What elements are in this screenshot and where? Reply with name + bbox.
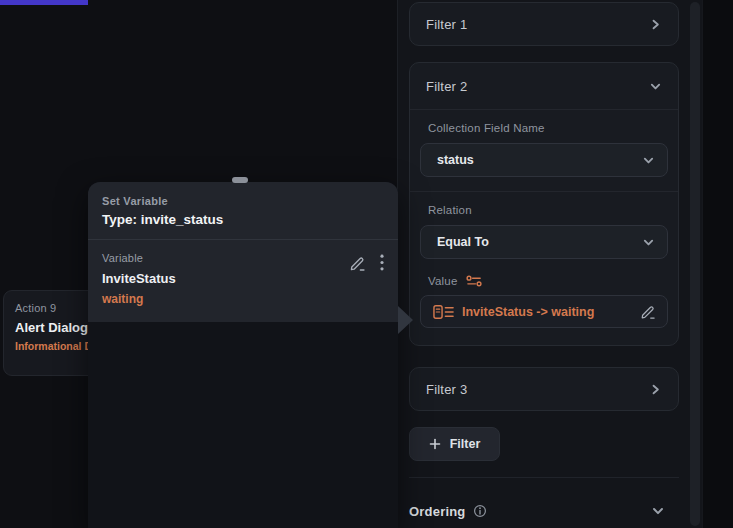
filter-1-card: Filter 1	[409, 2, 679, 46]
filter-2-label: Filter 2	[426, 79, 467, 94]
kebab-menu-icon[interactable]	[380, 254, 384, 271]
filter-3-header[interactable]: Filter 3	[410, 368, 678, 410]
filter-2-header[interactable]: Filter 2	[410, 63, 678, 109]
collection-field-dropdown[interactable]: status	[420, 143, 668, 177]
relation-value: Equal To	[437, 235, 489, 249]
chevron-down-icon	[642, 236, 655, 249]
chevron-right-icon	[649, 18, 662, 31]
ordering-section-header[interactable]: Ordering	[409, 494, 679, 528]
chevron-down-icon	[649, 80, 662, 93]
flow-connector-line	[0, 0, 88, 5]
collection-field-section: Collection Field Name status	[410, 109, 678, 191]
edit-icon[interactable]	[348, 254, 367, 273]
filter-3-card: Filter 3	[409, 367, 679, 411]
filter-2-card: Filter 2 Collection Field Name status Re…	[409, 62, 679, 346]
drag-handle[interactable]	[232, 177, 248, 183]
relation-dropdown[interactable]: Equal To	[420, 225, 668, 259]
chevron-down-icon	[642, 154, 655, 167]
section-divider	[409, 477, 679, 478]
value-binding-text: InviteStatus -> waiting	[462, 305, 639, 319]
popup-title: Type: invite_status	[102, 212, 384, 227]
filter-1-header[interactable]: Filter 1	[410, 3, 678, 45]
filter-1-label: Filter 1	[426, 17, 467, 32]
variable-label: Variable	[102, 252, 348, 264]
popup-header: Set Variable Type: invite_status	[88, 182, 398, 239]
info-icon	[473, 504, 487, 518]
collection-field-value: status	[437, 153, 474, 167]
popup-callout-arrow	[398, 306, 413, 334]
set-variable-popup: Set Variable Type: invite_status Variabl…	[88, 182, 398, 528]
panel-right-margin	[702, 0, 733, 528]
variable-binding-icon	[433, 304, 454, 320]
panel-scrollbar[interactable]	[690, 2, 700, 526]
chevron-down-icon	[651, 504, 665, 518]
add-filter-button[interactable]: Filter	[409, 427, 500, 461]
properties-panel: Filter 1 Filter 2 Collection Field Name …	[397, 0, 733, 528]
collection-field-label: Collection Field Name	[420, 122, 668, 134]
edit-icon[interactable]	[639, 303, 657, 321]
ordering-label: Ordering	[409, 504, 466, 519]
chevron-right-icon	[649, 383, 662, 396]
settings-sliders-icon[interactable]	[466, 275, 483, 287]
popup-eyebrow: Set Variable	[102, 195, 384, 207]
variable-name: InviteStatus	[102, 271, 348, 286]
relation-value-section: Relation Equal To Value	[410, 191, 678, 342]
add-filter-label: Filter	[450, 437, 481, 451]
popup-top-section: Set Variable Type: invite_status Variabl…	[88, 182, 398, 322]
value-label: Value	[428, 275, 458, 287]
variable-value: waiting	[102, 292, 348, 306]
plus-icon	[429, 438, 441, 450]
variable-row: Variable InviteStatus waiting	[88, 240, 398, 322]
value-binding-field[interactable]: InviteStatus -> waiting	[420, 295, 668, 328]
relation-label: Relation	[420, 204, 668, 216]
filter-3-label: Filter 3	[426, 382, 467, 397]
